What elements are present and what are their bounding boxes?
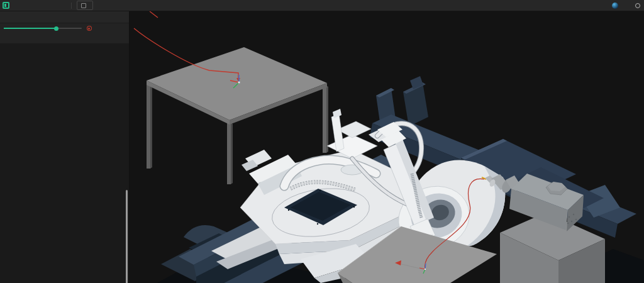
document-tab[interactable] — [77, 1, 93, 10]
gcode-list[interactable] — [0, 43, 129, 283]
left-panel — [0, 11, 130, 283]
playback-controls — [0, 23, 129, 33]
title-bar — [0, 0, 644, 11]
gcode-scrollbar[interactable] — [126, 190, 128, 283]
new-file-icon[interactable] — [29, 1, 39, 9]
main-menu-icon[interactable] — [15, 1, 25, 9]
slider-thumb[interactable] — [54, 26, 58, 31]
stop-record-icon[interactable] — [87, 26, 92, 31]
slider-fill — [4, 28, 56, 29]
panel-tabstrip — [0, 11, 129, 23]
document-checkbox[interactable] — [81, 3, 86, 8]
account-globe-icon[interactable] — [612, 3, 618, 9]
toolbar-separator — [71, 3, 72, 9]
open-file-icon[interactable] — [43, 1, 53, 9]
save-file-icon[interactable] — [57, 1, 67, 9]
user-avatar-icon[interactable] — [635, 3, 640, 8]
simulation-progress-slider[interactable] — [4, 28, 82, 29]
list-mode-row — [0, 33, 129, 43]
app-logo-icon — [3, 2, 9, 9]
